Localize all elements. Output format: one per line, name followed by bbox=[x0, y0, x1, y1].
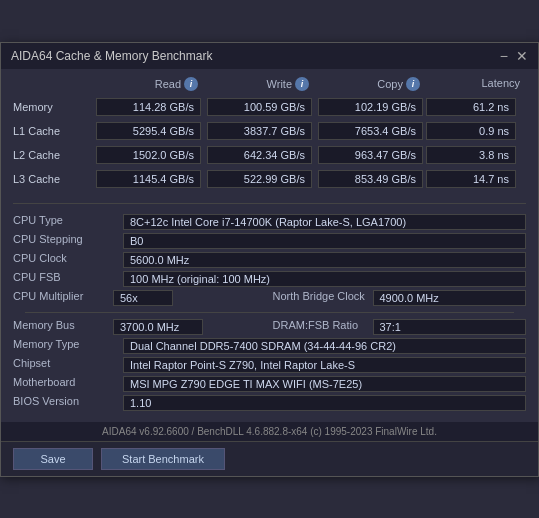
row-label-memory: Memory bbox=[13, 101, 93, 113]
memory-latency-cell: 61.2 ns bbox=[426, 98, 526, 116]
cpu-clock-value: 5600.0 MHz bbox=[123, 252, 526, 268]
l2-write-cell: 642.34 GB/s bbox=[207, 146, 312, 164]
cpu-type-label: CPU Type bbox=[13, 214, 123, 230]
motherboard-label: Motherboard bbox=[13, 376, 123, 392]
cpu-stepping-label: CPU Stepping bbox=[13, 233, 123, 249]
divider-1 bbox=[13, 203, 526, 204]
cpu-multiplier-half: CPU Multiplier 56x bbox=[13, 290, 267, 306]
cpu-type-value: 8C+12c Intel Core i7-14700K (Raptor Lake… bbox=[123, 214, 526, 230]
cpu-stepping-value: B0 bbox=[123, 233, 526, 249]
cpu-multiplier-label: CPU Multiplier bbox=[13, 290, 113, 306]
memory-bus-half: Memory Bus 3700.0 MHz bbox=[13, 319, 267, 335]
l1-latency-cell: 0.9 ns bbox=[426, 122, 526, 140]
row-label-l1cache: L1 Cache bbox=[13, 125, 93, 137]
l2-copy-value: 963.47 GB/s bbox=[318, 146, 423, 164]
header-latency: Latency bbox=[426, 77, 526, 91]
l1-write-value: 3837.7 GB/s bbox=[207, 122, 312, 140]
memory-write-cell: 100.59 GB/s bbox=[207, 98, 312, 116]
cpu-clock-row: CPU Clock 5600.0 MHz bbox=[13, 252, 526, 268]
title-bar-buttons: − ✕ bbox=[500, 49, 528, 63]
start-benchmark-button[interactable]: Start Benchmark bbox=[101, 448, 225, 470]
memory-type-label: Memory Type bbox=[13, 338, 123, 354]
chipset-row: Chipset Intel Raptor Point-S Z790, Intel… bbox=[13, 357, 526, 373]
table-row: L1 Cache 5295.4 GB/s 3837.7 GB/s 7653.4 … bbox=[13, 121, 526, 141]
content-area: Read i Write i Copy i Latency Memory 114… bbox=[1, 69, 538, 476]
l3-latency-value: 14.7 ns bbox=[426, 170, 516, 188]
motherboard-row: Motherboard MSI MPG Z790 EDGE TI MAX WIF… bbox=[13, 376, 526, 392]
minimize-button[interactable]: − bbox=[500, 49, 508, 63]
save-button[interactable]: Save bbox=[13, 448, 93, 470]
cpu-fsb-value: 100 MHz (original: 100 MHz) bbox=[123, 271, 526, 287]
dram-fsb-half: DRAM:FSB Ratio 37:1 bbox=[273, 319, 527, 335]
table-row: L2 Cache 1502.0 GB/s 642.34 GB/s 963.47 … bbox=[13, 145, 526, 165]
motherboard-value: MSI MPG Z790 EDGE TI MAX WIFI (MS-7E25) bbox=[123, 376, 526, 392]
memory-read-cell: 114.28 GB/s bbox=[96, 98, 201, 116]
l2-latency-value: 3.8 ns bbox=[426, 146, 516, 164]
table-header-row: Read i Write i Copy i Latency bbox=[13, 77, 526, 91]
header-read: Read i bbox=[93, 77, 204, 91]
l3-read-value: 1145.4 GB/s bbox=[96, 170, 201, 188]
close-button[interactable]: ✕ bbox=[516, 49, 528, 63]
l1-read-cell: 5295.4 GB/s bbox=[96, 122, 201, 140]
memory-copy-cell: 102.19 GB/s bbox=[318, 98, 423, 116]
memory-bus-value: 3700.0 MHz bbox=[113, 319, 203, 335]
header-write: Write i bbox=[204, 77, 315, 91]
row-label-l2cache: L2 Cache bbox=[13, 149, 93, 161]
main-window: AIDA64 Cache & Memory Benchmark − ✕ Read… bbox=[0, 42, 539, 477]
divider-2 bbox=[25, 312, 514, 313]
memory-bus-label: Memory Bus bbox=[13, 319, 113, 335]
chipset-label: Chipset bbox=[13, 357, 123, 373]
system-info-section: CPU Type 8C+12c Intel Core i7-14700K (Ra… bbox=[1, 210, 538, 418]
memory-read-value: 114.28 GB/s bbox=[96, 98, 201, 116]
benchmark-table: Read i Write i Copy i Latency Memory 114… bbox=[1, 69, 538, 197]
table-row: L3 Cache 1145.4 GB/s 522.99 GB/s 853.49 … bbox=[13, 169, 526, 189]
write-info-icon[interactable]: i bbox=[295, 77, 309, 91]
footer-buttons: Save Start Benchmark bbox=[1, 441, 538, 476]
l3-write-value: 522.99 GB/s bbox=[207, 170, 312, 188]
cpu-fsb-row: CPU FSB 100 MHz (original: 100 MHz) bbox=[13, 271, 526, 287]
memory-bus-row: Memory Bus 3700.0 MHz DRAM:FSB Ratio 37:… bbox=[13, 319, 526, 335]
table-row: Memory 114.28 GB/s 100.59 GB/s 102.19 GB… bbox=[13, 97, 526, 117]
l1-write-cell: 3837.7 GB/s bbox=[207, 122, 312, 140]
memory-type-value: Dual Channel DDR5-7400 SDRAM (34-44-44-9… bbox=[123, 338, 526, 354]
l2-read-value: 1502.0 GB/s bbox=[96, 146, 201, 164]
dram-fsb-label: DRAM:FSB Ratio bbox=[273, 319, 373, 335]
cpu-fsb-label: CPU FSB bbox=[13, 271, 123, 287]
bios-value: 1.10 bbox=[123, 395, 526, 411]
chipset-value: Intel Raptor Point-S Z790, Intel Raptor … bbox=[123, 357, 526, 373]
l2-read-cell: 1502.0 GB/s bbox=[96, 146, 201, 164]
bios-version-row: BIOS Version 1.10 bbox=[13, 395, 526, 411]
memory-copy-value: 102.19 GB/s bbox=[318, 98, 423, 116]
l1-copy-cell: 7653.4 GB/s bbox=[318, 122, 423, 140]
dram-fsb-value: 37:1 bbox=[373, 319, 527, 335]
window-title: AIDA64 Cache & Memory Benchmark bbox=[11, 49, 212, 63]
cpu-multiplier-value: 56x bbox=[113, 290, 173, 306]
memory-type-row: Memory Type Dual Channel DDR5-7400 SDRAM… bbox=[13, 338, 526, 354]
l1-read-value: 5295.4 GB/s bbox=[96, 122, 201, 140]
bios-label: BIOS Version bbox=[13, 395, 123, 411]
status-bar: AIDA64 v6.92.6600 / BenchDLL 4.6.882.8-x… bbox=[1, 422, 538, 441]
l3-copy-value: 853.49 GB/s bbox=[318, 170, 423, 188]
title-bar: AIDA64 Cache & Memory Benchmark − ✕ bbox=[1, 43, 538, 69]
l3-copy-cell: 853.49 GB/s bbox=[318, 170, 423, 188]
l2-copy-cell: 963.47 GB/s bbox=[318, 146, 423, 164]
memory-latency-value: 61.2 ns bbox=[426, 98, 516, 116]
north-bridge-half: North Bridge Clock 4900.0 MHz bbox=[273, 290, 527, 306]
l2-latency-cell: 3.8 ns bbox=[426, 146, 526, 164]
memory-write-value: 100.59 GB/s bbox=[207, 98, 312, 116]
north-bridge-label: North Bridge Clock bbox=[273, 290, 373, 306]
l1-latency-value: 0.9 ns bbox=[426, 122, 516, 140]
row-label-l3cache: L3 Cache bbox=[13, 173, 93, 185]
copy-info-icon[interactable]: i bbox=[406, 77, 420, 91]
cpu-type-row: CPU Type 8C+12c Intel Core i7-14700K (Ra… bbox=[13, 214, 526, 230]
cpu-stepping-row: CPU Stepping B0 bbox=[13, 233, 526, 249]
cpu-clock-label: CPU Clock bbox=[13, 252, 123, 268]
read-info-icon[interactable]: i bbox=[184, 77, 198, 91]
l2-write-value: 642.34 GB/s bbox=[207, 146, 312, 164]
l3-latency-cell: 14.7 ns bbox=[426, 170, 526, 188]
l3-read-cell: 1145.4 GB/s bbox=[96, 170, 201, 188]
header-copy: Copy i bbox=[315, 77, 426, 91]
north-bridge-value: 4900.0 MHz bbox=[373, 290, 527, 306]
l3-write-cell: 522.99 GB/s bbox=[207, 170, 312, 188]
l1-copy-value: 7653.4 GB/s bbox=[318, 122, 423, 140]
